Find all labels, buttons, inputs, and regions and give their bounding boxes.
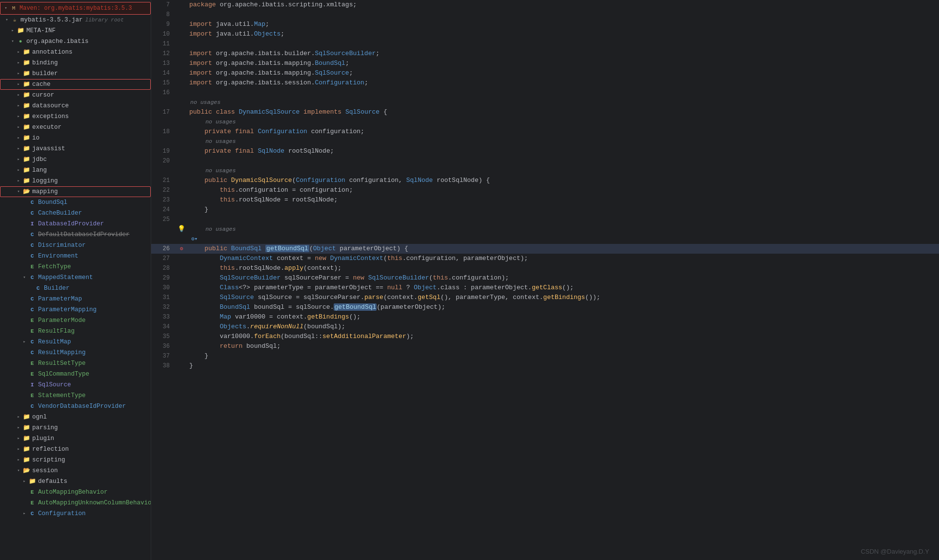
class-resultmapping-icon: [28, 349, 36, 357]
binding-label: binding: [32, 58, 58, 68]
sidebar-item-resultmapping[interactable]: ResultMapping: [0, 347, 151, 358]
reflection-label: reflection: [32, 444, 69, 454]
sidebar-item-databaseidprovider[interactable]: DatabaseIdProvider: [0, 219, 151, 229]
executor-label: executor: [32, 122, 61, 132]
line-content: [187, 88, 939, 98]
sidebar-item-parametermapping[interactable]: ParameterMapping: [0, 304, 151, 315]
sidebar-item-automappingunknowncolumnbehavior[interactable]: AutoMappingUnknownColumnBehavior: [0, 498, 151, 508]
sidebar-item-parsing[interactable]: parsing: [0, 422, 151, 433]
code-line-11: 11: [151, 39, 939, 49]
folder-cursor-icon: [22, 91, 30, 99]
interface-sqlsource-icon: [28, 381, 36, 389]
sidebar-item-vendordatabaseidprovider[interactable]: VendorDatabaseIdProvider: [0, 401, 151, 412]
bulb-icon[interactable]: 💡: [178, 224, 185, 234]
line-content: DynamicContext context = new DynamicCont…: [187, 254, 939, 263]
enum-automappingbehavior-icon: [28, 488, 36, 496]
jar-root[interactable]: mybatis-3.5.3.jar library root: [0, 15, 151, 25]
class-environment-icon: [28, 252, 36, 260]
sidebar-item-ognl[interactable]: ognl: [0, 412, 151, 422]
scripting-label: scripting: [32, 455, 65, 465]
sidebar-item-boundsql[interactable]: BoundSql: [0, 197, 151, 208]
sidebar: M Maven: org.mybatis:mybatis:3.5.3 mybat…: [0, 0, 151, 560]
line-number: 17: [151, 107, 176, 117]
sidebar-item-io[interactable]: io: [0, 133, 151, 143]
project-title[interactable]: M Maven: org.mybatis:mybatis:3.5.3: [0, 2, 151, 15]
sidebar-item-parametermap[interactable]: ParameterMap: [0, 294, 151, 304]
folder-parsing-icon: [22, 424, 30, 432]
sidebar-item-mapping[interactable]: mapping: [0, 186, 151, 197]
sidebar-item-defaults[interactable]: defaults: [0, 476, 151, 487]
sidebar-item-executor[interactable]: executor: [0, 122, 151, 133]
vendordatabaseidprovider-label: VendorDatabaseIdProvider: [38, 401, 126, 411]
line-content: var10000.forEach(boundSql::setAdditional…: [187, 332, 939, 341]
sidebar-item-resultmap[interactable]: ResultMap: [0, 337, 151, 347]
sidebar-item-sqlsource[interactable]: SqlSource: [0, 380, 151, 390]
code-line-15: 15 import org.apache.ibatis.session.Conf…: [151, 78, 939, 88]
code-line-14: 14 import org.apache.ibatis.mapping.SqlS…: [151, 68, 939, 78]
sidebar-item-org-apache-ibatis[interactable]: ● org.apache.ibatis: [0, 36, 151, 47]
sidebar-item-builder[interactable]: Builder: [0, 283, 151, 294]
line-number: 9: [151, 20, 176, 29]
line-content: Class<?> parameterType = parameterObject…: [187, 283, 939, 293]
sidebar-item-cursor[interactable]: cursor: [0, 90, 151, 100]
session-label: session: [32, 466, 58, 476]
resultmap-label: ResultMap: [38, 337, 71, 347]
line-number: 11: [151, 39, 176, 49]
line-content: package org.apache.ibatis.scripting.xmlt…: [187, 0, 939, 10]
sidebar-item-resultflag[interactable]: ResultFlag: [0, 326, 151, 337]
code-line-29: 29 SqlSourceBuilder sqlSourceParser = ne…: [151, 273, 939, 283]
resultflag-label: ResultFlag: [38, 326, 75, 336]
sidebar-item-datasource[interactable]: datasource: [0, 100, 151, 111]
line-number: 27: [151, 254, 176, 263]
line-number: 8: [151, 10, 176, 20]
line-content: }: [187, 351, 939, 361]
sqlcommandtype-chevron: [21, 371, 27, 377]
plugin-chevron: [16, 436, 21, 441]
sidebar-item-annotations[interactable]: annotations: [0, 47, 151, 58]
sidebar-item-configuration[interactable]: Configuration: [0, 508, 151, 519]
ognl-chevron: [16, 414, 21, 420]
sidebar-item-sqlcommandtype[interactable]: SqlCommandType: [0, 369, 151, 380]
sidebar-item-automappingbehavior[interactable]: AutoMappingBehavior: [0, 487, 151, 498]
line-number: 13: [151, 59, 176, 68]
sidebar-item-cachebuilder[interactable]: CacheBuilder: [0, 208, 151, 219]
databaseidprovider-label: DatabaseIdProvider: [38, 219, 104, 229]
line-content: [187, 215, 939, 224]
sidebar-item-plugin[interactable]: plugin: [0, 433, 151, 444]
mapping-chevron: [16, 189, 21, 195]
sidebar-item-logging[interactable]: logging: [0, 176, 151, 186]
sidebar-item-exceptions[interactable]: exceptions: [0, 111, 151, 122]
sidebar-item-builder[interactable]: builder: [0, 68, 151, 79]
interface-databaseidprovider-icon: [28, 220, 36, 228]
sidebar-item-javassist[interactable]: javassist: [0, 143, 151, 154]
class-discriminator-icon: [28, 241, 36, 249]
sidebar-item-lang[interactable]: lang: [0, 165, 151, 176]
line-number: 38: [151, 361, 176, 371]
plugin-label: plugin: [32, 434, 54, 443]
sidebar-item-defaultdatabaseidprovider[interactable]: DefaultDatabaseIdProvider: [0, 229, 151, 240]
line-number: 15: [151, 78, 176, 88]
sidebar-item-statementtype[interactable]: StatementType: [0, 390, 151, 401]
sidebar-item-fetchtype[interactable]: FetchType: [0, 261, 151, 272]
line-number: 14: [151, 68, 176, 78]
resultmapping-chevron: [21, 350, 27, 356]
javassist-label: javassist: [32, 144, 65, 154]
sidebar-item-discriminator[interactable]: Discriminator: [0, 240, 151, 251]
sidebar-item-parametermode[interactable]: ParameterMode: [0, 315, 151, 326]
class-boundsql-icon: [28, 199, 36, 206]
io-label: io: [32, 133, 40, 143]
watermark-text: CSDN @Davieyang.D.Y: [861, 548, 929, 555]
sidebar-item-scripting[interactable]: scripting: [0, 455, 151, 465]
sidebar-item-resultsettype[interactable]: ResultSetType: [0, 358, 151, 369]
sidebar-item-reflection[interactable]: reflection: [0, 444, 151, 455]
sidebar-item-jdbc[interactable]: jdbc: [0, 154, 151, 165]
sidebar-item-session[interactable]: session: [0, 465, 151, 476]
sidebar-item-binding[interactable]: binding: [0, 58, 151, 68]
code-line-26: 26 ⚙ public BoundSql getBoundSql(Object …: [151, 244, 939, 254]
sidebar-item-environment[interactable]: Environment: [0, 251, 151, 261]
code-line-8: 8: [151, 10, 939, 20]
jar-sublabel: library root: [85, 15, 124, 25]
sidebar-item-mappedstatement[interactable]: MappedStatement: [0, 272, 151, 283]
sidebar-item-meta-inf[interactable]: META-INF: [0, 25, 151, 36]
sidebar-item-cache[interactable]: cache: [0, 79, 151, 90]
